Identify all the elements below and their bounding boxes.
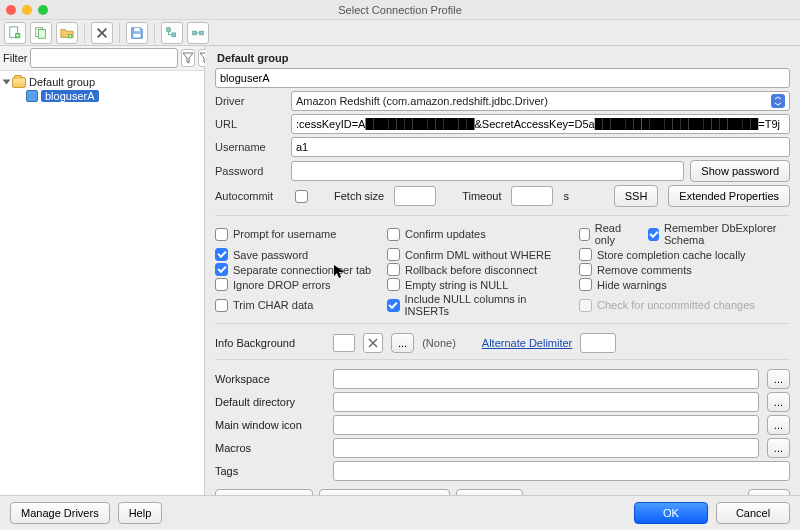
icon-input[interactable]	[333, 415, 759, 435]
fetch-input[interactable]	[394, 186, 436, 206]
ssh-button[interactable]: SSH	[614, 185, 659, 207]
rollback-checkbox[interactable]: Rollback before disconnect	[387, 263, 567, 276]
tree-profile-label: bloguserA	[41, 90, 99, 102]
profile-name-input[interactable]	[215, 68, 790, 88]
copy-icon	[34, 26, 48, 40]
remember-schema-checkbox[interactable]: Remember DbExplorer Schema	[648, 222, 790, 246]
disclosure-icon[interactable]	[3, 80, 11, 85]
show-password-button[interactable]: Show password	[690, 160, 790, 182]
svg-rect-6	[134, 33, 141, 37]
remove-comments-checkbox[interactable]: Remove comments	[579, 263, 790, 276]
x-icon	[95, 26, 109, 40]
expand-tree-button[interactable]	[161, 22, 183, 44]
info-bg-browse-button[interactable]: ...	[391, 333, 414, 353]
prompt-username-checkbox[interactable]: Prompt for username	[215, 222, 375, 246]
folder-icon	[12, 77, 26, 88]
new-profile-button[interactable]	[4, 22, 26, 44]
filter-apply-button[interactable]	[181, 49, 195, 67]
collapse-tree-button[interactable]	[187, 22, 209, 44]
confirm-updates-checkbox[interactable]: Confirm updates	[387, 222, 567, 246]
info-bg-swatch[interactable]	[333, 334, 355, 352]
file-plus-icon	[8, 26, 22, 40]
tree-group[interactable]: Default group	[2, 75, 202, 89]
chevron-updown-icon	[771, 94, 785, 108]
svg-rect-3	[38, 29, 45, 38]
icon-label: Main window icon	[215, 419, 325, 431]
info-bg-clear-button[interactable]	[363, 333, 383, 353]
store-cache-checkbox[interactable]: Store completion cache locally	[579, 248, 790, 261]
toolbar	[0, 20, 800, 46]
icon-browse-button[interactable]: ...	[767, 415, 790, 435]
save-password-checkbox[interactable]: Save password	[215, 248, 375, 261]
timeout-input[interactable]	[511, 186, 553, 206]
tree-collapse-icon	[191, 26, 205, 40]
hide-warnings-checkbox[interactable]: Hide warnings	[579, 278, 790, 291]
autocommit-label: Autocommit	[215, 190, 285, 202]
svg-rect-8	[172, 33, 176, 37]
workspace-browse-button[interactable]: ...	[767, 369, 790, 389]
help-button[interactable]: Help	[118, 502, 163, 524]
save-button[interactable]	[126, 22, 148, 44]
url-label: URL	[215, 118, 285, 130]
filter-input[interactable]	[30, 48, 178, 68]
macros-label: Macros	[215, 442, 325, 454]
svg-rect-5	[134, 27, 139, 31]
driver-value: Amazon Redshift (com.amazon.redshift.jdb…	[296, 95, 548, 107]
x-icon	[368, 338, 378, 348]
ignore-drop-checkbox[interactable]: Ignore DROP errors	[215, 278, 375, 291]
filter-label: Filter	[3, 52, 27, 64]
check-uncommitted-checkbox: Check for uncommitted changes	[579, 293, 790, 317]
separate-tab-checkbox[interactable]: Separate connection per tab	[215, 263, 375, 276]
autocommit-checkbox[interactable]	[295, 190, 308, 203]
workspace-label: Workspace	[215, 373, 325, 385]
extended-props-button[interactable]: Extended Properties	[668, 185, 790, 207]
timeout-label: Timeout	[462, 190, 501, 202]
driver-select[interactable]: Amazon Redshift (com.amazon.redshift.jdb…	[291, 91, 790, 111]
funnel-icon	[182, 52, 194, 64]
copy-profile-button[interactable]	[30, 22, 52, 44]
titlebar: Select Connection Profile	[0, 0, 800, 20]
folder-plus-icon	[60, 26, 74, 40]
info-bg-value: (None)	[422, 337, 456, 349]
svg-rect-7	[167, 27, 171, 31]
cancel-button[interactable]: Cancel	[716, 502, 790, 524]
tags-label: Tags	[215, 465, 325, 477]
password-label: Password	[215, 165, 285, 177]
defdir-browse-button[interactable]: ...	[767, 392, 790, 412]
profile-tree[interactable]: Default group bloguserA	[0, 71, 204, 495]
url-input[interactable]	[291, 114, 790, 134]
trim-char-checkbox[interactable]: Trim CHAR data	[215, 293, 375, 317]
defdir-label: Default directory	[215, 396, 325, 408]
svg-rect-9	[193, 31, 197, 35]
delete-button[interactable]	[91, 22, 113, 44]
floppy-icon	[130, 26, 144, 40]
tree-group-label: Default group	[29, 76, 95, 88]
profile-icon	[26, 90, 38, 102]
alternate-delimiter-input[interactable]	[580, 333, 616, 353]
tree-profile[interactable]: bloguserA	[2, 89, 202, 103]
svg-rect-10	[200, 31, 204, 35]
defdir-input[interactable]	[333, 392, 759, 412]
include-null-checkbox[interactable]: Include NULL columns in INSERTs	[387, 293, 567, 317]
new-group-button[interactable]	[56, 22, 78, 44]
alternate-delimiter-link[interactable]: Alternate Delimiter	[482, 337, 572, 349]
fetch-label: Fetch size	[334, 190, 384, 202]
manage-drivers-button[interactable]: Manage Drivers	[10, 502, 110, 524]
group-header: Default group	[217, 52, 790, 64]
read-only-checkbox[interactable]: Read only	[579, 222, 634, 246]
workspace-input[interactable]	[333, 369, 759, 389]
info-bg-label: Info Background	[215, 337, 325, 349]
password-input[interactable]	[291, 161, 684, 181]
timeout-unit: s	[563, 190, 569, 202]
ok-button[interactable]: OK	[634, 502, 708, 524]
window-title: Select Connection Profile	[0, 4, 800, 16]
macros-browse-button[interactable]: ...	[767, 438, 790, 458]
username-label: Username	[215, 141, 285, 153]
tree-expand-icon	[165, 26, 179, 40]
empty-null-checkbox[interactable]: Empty string is NULL	[387, 278, 567, 291]
username-input[interactable]	[291, 137, 790, 157]
confirm-dml-checkbox[interactable]: Confirm DML without WHERE	[387, 248, 567, 261]
macros-input[interactable]	[333, 438, 759, 458]
driver-label: Driver	[215, 95, 285, 107]
tags-input[interactable]	[333, 461, 790, 481]
